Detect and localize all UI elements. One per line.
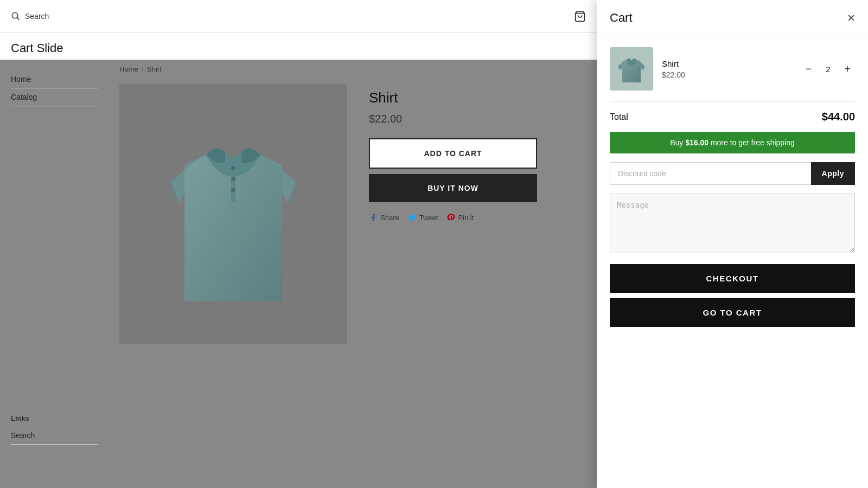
facebook-share-link[interactable]: Share	[369, 213, 399, 222]
sidebar-links-section: Links Search	[11, 414, 98, 445]
share-pinterest-label: Pin it	[458, 214, 474, 222]
cart-item-quantity: − 2 +	[801, 61, 855, 76]
pinterest-share-link[interactable]: Pin it	[446, 213, 474, 222]
search-area[interactable]: Search	[11, 11, 49, 21]
cart-body: Shirt $22.00 − 2 + Total $44.00 Buy $16.…	[597, 36, 868, 488]
cart-item-name: Shirt	[662, 59, 793, 68]
cart-divider	[610, 101, 855, 102]
cart-item-price: $22.00	[662, 70, 793, 79]
search-label: Search	[25, 12, 49, 21]
cart-icon-area[interactable]	[574, 10, 586, 22]
discount-code-input[interactable]	[610, 162, 811, 185]
cart-header: Cart ×	[597, 0, 868, 36]
add-to-cart-button[interactable]: ADD TO CART	[369, 138, 537, 169]
cart-total-value: $44.00	[822, 111, 855, 123]
cart-panel: Cart ×	[597, 0, 868, 488]
cart-close-button[interactable]: ×	[847, 11, 855, 24]
breadcrumb: Home › Shirt	[119, 60, 586, 73]
svg-point-4	[231, 166, 235, 170]
sidebar-item-search[interactable]: Search	[11, 427, 98, 445]
product-name: Shirt	[369, 89, 586, 106]
sidebar-item-home[interactable]: Home	[11, 70, 98, 88]
cart-title: Cart	[610, 11, 633, 25]
search-icon	[11, 11, 21, 21]
apply-discount-button[interactable]: Apply	[811, 162, 855, 185]
cart-item-shirt-svg	[612, 50, 650, 88]
quantity-value: 2	[822, 65, 833, 74]
free-shipping-prefix: Buy	[670, 138, 685, 147]
sidebar-nav: Home Catalog	[11, 70, 98, 106]
free-shipping-bar: Buy $16.00 more to get free shipping	[610, 132, 855, 153]
cart-total-label: Total	[610, 112, 628, 122]
product-area: Shirt $22.00 ADD TO CART BUY IT NOW Shar…	[119, 84, 586, 344]
discount-row: Apply	[610, 162, 855, 185]
breadcrumb-home[interactable]: Home	[119, 65, 138, 73]
facebook-icon	[369, 213, 378, 222]
twitter-share-link[interactable]: Tweet	[408, 213, 438, 222]
sidebar: Home Catalog Links Search	[0, 60, 108, 488]
share-twitter-label: Tweet	[419, 214, 438, 222]
twitter-icon	[408, 213, 417, 222]
product-image	[119, 84, 347, 344]
breadcrumb-current: Shirt	[147, 65, 162, 73]
go-to-cart-button[interactable]: GO TO CART	[610, 298, 855, 327]
product-info: Shirt $22.00 ADD TO CART BUY IT NOW Shar…	[369, 84, 586, 344]
social-share: Share Tweet Pin it	[369, 213, 586, 222]
svg-point-6	[231, 188, 235, 192]
buy-now-button[interactable]: BUY IT NOW	[369, 174, 537, 202]
share-facebook-label: Share	[380, 214, 399, 222]
svg-point-0	[12, 12, 18, 18]
quantity-decrease-button[interactable]: −	[801, 61, 816, 76]
pinterest-icon	[446, 213, 455, 222]
message-textarea[interactable]	[610, 194, 855, 253]
free-shipping-suffix: more to get free shipping	[709, 138, 795, 147]
cart-item: Shirt $22.00 − 2 +	[610, 47, 855, 91]
cart-item-image	[610, 47, 653, 91]
cart-total-row: Total $44.00	[610, 111, 855, 123]
brand-title: Cart Slide	[0, 33, 597, 60]
breadcrumb-separator: ›	[142, 65, 144, 73]
sidebar-item-catalog[interactable]: Catalog	[11, 88, 98, 106]
product-shirt-svg	[141, 100, 326, 328]
svg-line-1	[17, 17, 20, 20]
cart-item-details: Shirt $22.00	[662, 59, 793, 79]
cart-icon	[574, 10, 586, 22]
product-price: $22.00	[369, 113, 586, 125]
quantity-increase-button[interactable]: +	[840, 61, 855, 76]
free-shipping-amount: $16.00	[685, 138, 709, 147]
svg-point-5	[231, 177, 235, 181]
main-content: Home › Shirt	[108, 60, 597, 488]
links-heading: Links	[11, 414, 98, 422]
site-header: Search	[0, 0, 597, 33]
checkout-button[interactable]: CHECKOUT	[610, 264, 855, 293]
